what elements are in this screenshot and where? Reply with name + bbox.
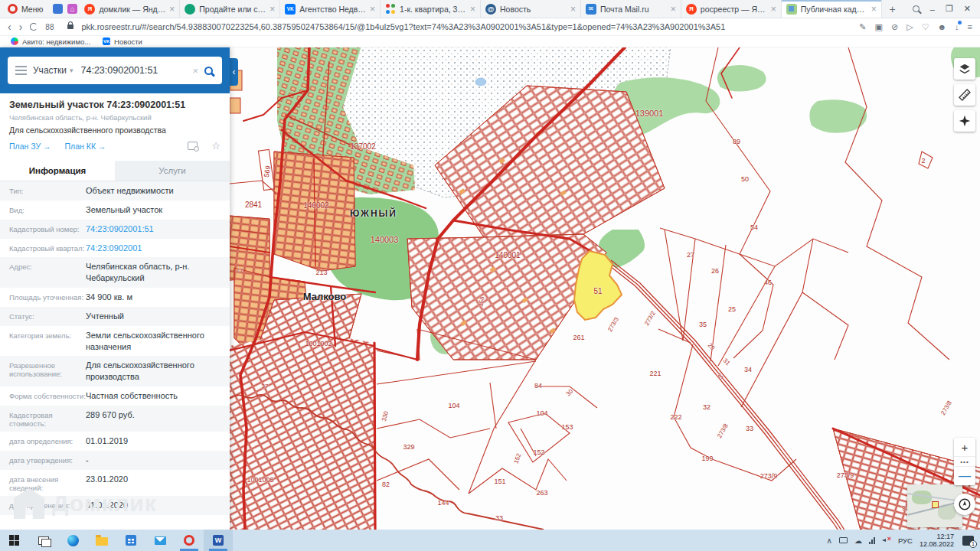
date-text: 12.08.2022 bbox=[920, 540, 954, 548]
zoom-out-button[interactable]: — bbox=[954, 467, 975, 485]
url-text[interactable]: pkk.rosreestr.ru/#/search/54.93883007022… bbox=[81, 22, 851, 31]
word-taskbar-button[interactable] bbox=[204, 530, 233, 551]
browser-tab[interactable]: домклик — Яндекс: наш× bbox=[80, 0, 180, 18]
start-button[interactable] bbox=[0, 530, 29, 551]
bookmark-label: Новости bbox=[114, 37, 142, 46]
mail-button[interactable] bbox=[145, 530, 175, 551]
lock-icon[interactable] bbox=[67, 24, 74, 29]
minimize-button[interactable]: – bbox=[930, 5, 935, 14]
info-row-label: дата определения: bbox=[9, 435, 86, 445]
favorite-star-icon[interactable]: ☆ bbox=[211, 140, 220, 152]
opera-menu-button[interactable]: Меню bbox=[0, 0, 51, 18]
menu-burger-icon[interactable] bbox=[15, 70, 27, 71]
tray-expand-icon[interactable]: ∧ bbox=[827, 536, 832, 545]
tab-information[interactable]: Информация bbox=[0, 161, 115, 181]
workspace-building-icon[interactable] bbox=[53, 4, 63, 14]
map-parcel-label: 329 bbox=[403, 443, 414, 451]
info-row: Кадастровый номер:74:23:0902001:51 bbox=[0, 220, 230, 239]
info-row-value: 289 670 руб. bbox=[86, 409, 220, 421]
tab-title: Агентство Недвижимост bbox=[299, 5, 366, 14]
bookmark-heart-icon[interactable]: ♡ bbox=[922, 22, 929, 32]
map-parcel-label: 27 bbox=[687, 251, 694, 259]
tab-services[interactable]: Услуги bbox=[115, 161, 230, 181]
tab-close-icon[interactable]: × bbox=[470, 4, 475, 15]
plan-zu-link[interactable]: План ЗУ → bbox=[9, 142, 51, 151]
store-button[interactable] bbox=[116, 530, 145, 551]
fav-ya-icon bbox=[686, 4, 697, 15]
browser-tab[interactable]: Продайте или сдайте в а× bbox=[180, 0, 280, 18]
bookmark-avito[interactable]: Авито: недвижимо... bbox=[11, 37, 90, 46]
maximize-button[interactable]: ❐ bbox=[946, 4, 953, 14]
tab-close-icon[interactable]: × bbox=[370, 4, 375, 15]
panel-collapse-button[interactable]: ‹ bbox=[230, 58, 238, 86]
info-row-value: Челябинская область, р-н. Чебаркульский bbox=[86, 261, 220, 284]
tab-close-icon[interactable]: × bbox=[270, 4, 275, 15]
language-indicator[interactable]: РУС bbox=[898, 536, 913, 545]
measure-button[interactable] bbox=[954, 84, 975, 106]
parcel-title: Земельный участок 74:23:0902001:51 bbox=[9, 99, 220, 110]
forward-icon[interactable]: › bbox=[19, 21, 23, 33]
tab-close-icon[interactable]: × bbox=[771, 4, 776, 15]
fav-map-icon bbox=[786, 4, 797, 15]
speed-dial-badge[interactable]: 88 bbox=[45, 23, 54, 31]
opera-taskbar-button[interactable] bbox=[175, 530, 204, 551]
reload-icon[interactable] bbox=[30, 23, 38, 31]
layers-button[interactable] bbox=[954, 58, 975, 80]
tray-volume-muted-icon[interactable] bbox=[882, 537, 891, 544]
map-parcel-label: 1001002 bbox=[305, 340, 332, 347]
bookmark-news[interactable]: Новости bbox=[103, 37, 142, 46]
tab-close-icon[interactable]: × bbox=[169, 4, 175, 15]
file-explorer-button[interactable] bbox=[87, 530, 116, 551]
edit-icon[interactable]: ✎ bbox=[859, 22, 866, 32]
browser-tab[interactable]: Агентство Недвижимост× bbox=[280, 0, 381, 18]
locate-button[interactable] bbox=[954, 494, 975, 515]
map-parcel-label: 140002 bbox=[303, 201, 328, 210]
tray-monitor-icon[interactable] bbox=[839, 537, 848, 543]
browser-tab[interactable]: 1-к. квартира, 30 м², 3/5× bbox=[381, 0, 481, 18]
cadastral-map[interactable]: 1390011370021400031400021400011001002100… bbox=[230, 47, 980, 530]
clear-search-icon[interactable]: × bbox=[192, 65, 198, 77]
info-row: дата определения:01.01.2019 bbox=[0, 432, 230, 451]
tab-close-icon[interactable]: × bbox=[871, 4, 877, 15]
blocker-icon[interactable]: ⊘ bbox=[891, 22, 898, 32]
tab-search-icon[interactable] bbox=[913, 5, 920, 12]
position-button[interactable] bbox=[954, 110, 975, 132]
info-row: Статус:Учтенный bbox=[0, 307, 230, 326]
search-category-dropdown[interactable]: Участки ▾ bbox=[33, 65, 74, 76]
overview-icon[interactable] bbox=[188, 142, 198, 150]
clock[interactable]: 12:17 12.08.2022 bbox=[920, 533, 954, 549]
search-input[interactable] bbox=[80, 64, 187, 77]
edge-button[interactable] bbox=[58, 530, 87, 551]
map-parcel-label: 144 bbox=[437, 499, 449, 507]
plan-kk-link[interactable]: План КК → bbox=[65, 142, 106, 151]
info-row-value[interactable]: 74:23:0902001:51 bbox=[86, 223, 220, 235]
tray-network-icon[interactable] bbox=[869, 537, 875, 544]
tab-close-icon[interactable]: × bbox=[570, 4, 576, 15]
search-icon[interactable] bbox=[204, 67, 213, 75]
map-parcel-label: 1001005 bbox=[247, 476, 273, 484]
notification-center-button[interactable]: 1 bbox=[962, 536, 974, 546]
browser-tab[interactable]: росреестр — Яндекс: на× bbox=[681, 0, 782, 18]
tray-cloud-icon[interactable]: ☁ bbox=[854, 536, 862, 545]
info-row: Категория земель:Земли сельскохозяйствен… bbox=[0, 326, 230, 357]
close-button[interactable]: ✕ bbox=[964, 4, 971, 14]
new-tab-button[interactable]: + bbox=[882, 3, 903, 15]
workspace-house-icon[interactable]: ⌂ bbox=[67, 4, 77, 14]
map-parcel-label: 37 bbox=[262, 383, 269, 390]
zoom-in-button[interactable]: + bbox=[954, 438, 975, 456]
profile-icon[interactable]: ☻ bbox=[938, 22, 947, 31]
chevron-down-icon: ▾ bbox=[70, 67, 74, 74]
tune-icon[interactable]: ≡ bbox=[968, 22, 972, 31]
back-icon[interactable]: ‹ bbox=[8, 21, 11, 33]
downloads-icon[interactable]: ↓ bbox=[955, 22, 959, 31]
browser-tab[interactable]: Новость× bbox=[481, 0, 581, 18]
info-row-value[interactable]: 74:23:0902001 bbox=[86, 243, 220, 254]
tab-close-icon[interactable]: × bbox=[671, 4, 676, 15]
zoom-levels-icon[interactable]: ••• bbox=[954, 456, 975, 467]
send-icon[interactable]: ▷ bbox=[906, 22, 913, 32]
map-parcel-label: 199 bbox=[701, 455, 713, 462]
browser-tab[interactable]: Почта Mail.ru× bbox=[581, 0, 681, 18]
browser-tab[interactable]: Публичная кадастровая× bbox=[782, 0, 882, 18]
task-view-button[interactable] bbox=[29, 530, 58, 551]
snapshot-icon[interactable]: ▣ bbox=[875, 22, 883, 32]
